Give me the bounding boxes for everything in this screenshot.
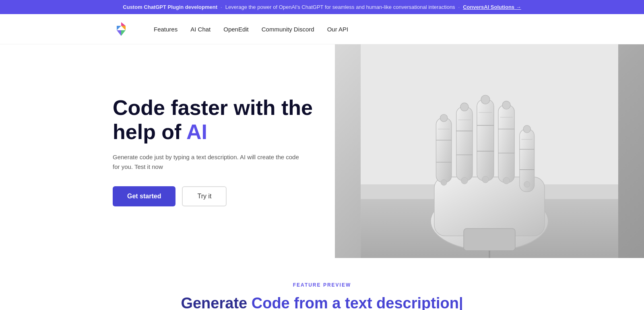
svg-point-32	[461, 177, 468, 184]
svg-point-31	[441, 179, 447, 185]
svg-marker-2	[117, 26, 121, 30]
top-banner: Custom ChatGPT Plugin development · Leve…	[0, 0, 644, 14]
banner-link[interactable]: ConversAI Solutions →	[463, 4, 521, 10]
nav-links: Features AI Chat OpenEdit Community Disc…	[154, 26, 348, 33]
svg-rect-36	[464, 229, 515, 251]
nav-features[interactable]: Features	[154, 26, 178, 33]
feature-title-generate: Generate	[181, 295, 247, 310]
hero-buttons: Get started Try it	[113, 186, 335, 206]
svg-marker-4	[121, 30, 126, 36]
svg-point-34	[503, 177, 510, 184]
hero-image	[335, 44, 644, 258]
hero-image-background	[335, 44, 644, 258]
nav-community-discord[interactable]: Community Discord	[262, 26, 314, 33]
logo[interactable]	[113, 21, 130, 37]
robot-hand-svg	[335, 44, 644, 258]
feature-title: Generate Code from a text description|	[8, 294, 636, 310]
svg-rect-11	[436, 118, 452, 183]
hero-subtitle: Generate code just by typing a text desc…	[113, 152, 306, 172]
hero-content: Code faster with thehelp of AI Generate …	[0, 44, 335, 258]
svg-point-26	[502, 101, 510, 109]
robot-hand-container	[335, 44, 644, 258]
svg-rect-23	[498, 105, 514, 183]
hero-title: Code faster with thehelp of AI	[113, 96, 335, 144]
hero-title-highlight: AI	[186, 120, 207, 144]
svg-marker-3	[117, 30, 121, 36]
feature-title-rest: Code from a text description|	[247, 295, 463, 310]
svg-rect-15	[456, 107, 473, 181]
svg-point-30	[523, 125, 530, 133]
hero-section: Code faster with thehelp of AI Generate …	[0, 44, 644, 258]
banner-middle: Leverage the power of OpenAI's ChatGPT f…	[225, 4, 455, 10]
feature-section: FEATURE PREVIEW Generate Code from a tex…	[0, 258, 644, 310]
banner-bold: Custom ChatGPT Plugin development	[123, 4, 217, 10]
svg-point-33	[482, 176, 489, 183]
navbar: Features AI Chat OpenEdit Community Disc…	[0, 14, 644, 44]
svg-point-35	[524, 181, 530, 187]
svg-rect-19	[477, 100, 494, 181]
feature-label: FEATURE PREVIEW	[8, 282, 636, 288]
nav-open-edit[interactable]: OpenEdit	[223, 26, 249, 33]
svg-point-22	[481, 95, 490, 104]
nav-our-api[interactable]: Our API	[327, 26, 349, 33]
logo-icon	[113, 21, 130, 37]
try-it-button[interactable]: Try it	[182, 186, 227, 206]
svg-point-18	[460, 103, 469, 111]
get-started-button[interactable]: Get started	[113, 186, 175, 206]
nav-ai-chat[interactable]: AI Chat	[190, 26, 211, 33]
svg-marker-0	[121, 22, 126, 26]
svg-marker-1	[121, 26, 126, 30]
svg-point-14	[440, 114, 448, 122]
